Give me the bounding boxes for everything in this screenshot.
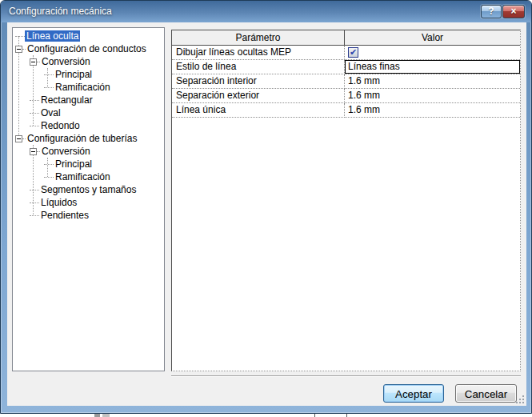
value-cell[interactable]: Líneas finas <box>345 60 520 74</box>
tree-item[interactable]: Rectangular <box>13 94 164 106</box>
mechanical-settings-dialog: Configuración mecánica ? × Línea ocultaC… <box>0 0 532 414</box>
title-bar[interactable]: Configuración mecánica ? × <box>1 1 531 22</box>
grid-header: Parámetro Valor <box>172 30 520 46</box>
parameter-cell: Línea única <box>172 103 345 118</box>
help-button[interactable]: ? <box>481 5 502 18</box>
parameter-cell: Estilo de línea <box>172 60 345 74</box>
tree-item-label: Configuración de conductos <box>26 43 148 54</box>
checkbox-checked-icon[interactable]: ✔ <box>348 47 358 58</box>
tree-item-label: Principal <box>54 69 94 80</box>
tree-connector <box>30 215 39 216</box>
tree-item-label: Rectangular <box>39 94 94 106</box>
tree-item-label: Oval <box>39 107 62 118</box>
tree-connector <box>30 202 39 203</box>
table-row: Separación interior1.6 mm <box>172 74 520 89</box>
resize-grip-icon[interactable] <box>515 395 525 404</box>
tree-item-label: Pendientes <box>39 210 90 221</box>
collapse-minus-icon[interactable] <box>30 148 37 155</box>
tree-item[interactable]: Principal <box>13 68 164 81</box>
tree-connector <box>44 74 54 75</box>
cancel-button[interactable]: Cancelar <box>455 384 517 403</box>
parameter-grid: Parámetro Valor Dibujar líneas ocultas M… <box>171 30 521 371</box>
dialog-title: Configuración mecánica <box>9 1 112 22</box>
background-gridline <box>314 414 315 417</box>
tree-connector <box>15 36 25 37</box>
tree-item-label: Conversión <box>40 146 92 157</box>
tree-item-label: Ramificación <box>54 171 112 182</box>
tree-rows: Línea ocultaConfiguración de conductosCo… <box>13 30 164 222</box>
header-valor: Valor <box>345 30 520 46</box>
tree-item[interactable]: Conversión <box>13 55 164 68</box>
collapse-minus-icon[interactable] <box>15 135 22 142</box>
tree-item[interactable]: Segmentos y tamaños <box>13 183 164 196</box>
tree-item[interactable]: Configuración de tuberías <box>13 132 164 145</box>
grid-rows: Dibujar líneas ocultas MEP✔Estilo de lín… <box>172 46 520 118</box>
tree-item-label: Segmentos y tamaños <box>39 184 138 195</box>
tree-item-label: Redondo <box>39 120 82 131</box>
tree-item[interactable]: Redondo <box>13 119 164 132</box>
tree-item-label: Conversión <box>40 56 92 67</box>
background-app-strip <box>0 414 532 417</box>
parameter-cell: Dibujar líneas ocultas MEP <box>172 46 345 60</box>
tree-connector <box>44 177 54 178</box>
tree-connector <box>30 126 39 126</box>
tree-connector <box>30 100 39 101</box>
accept-button[interactable]: Aceptar <box>383 384 444 403</box>
tree-item[interactable]: Ramificación <box>13 81 164 94</box>
background-fragment <box>94 414 100 417</box>
tree-item-label: Configuración de tuberías <box>26 133 138 144</box>
tree-item[interactable]: Pendientes <box>13 209 164 222</box>
tree-item-label: Ramificación <box>54 82 112 93</box>
button-separator <box>171 375 521 377</box>
table-row: Separación exterior1.6 mm <box>172 89 520 103</box>
tree-item[interactable]: Líquidos <box>13 196 164 209</box>
tree-item-label: Línea oculta <box>25 30 80 42</box>
tree-item[interactable]: Configuración de conductos <box>13 42 164 55</box>
tree-item-label: Líquidos <box>39 197 78 208</box>
close-button[interactable]: × <box>502 5 525 18</box>
header-parametro: Parámetro <box>172 30 345 46</box>
collapse-minus-icon[interactable] <box>30 58 37 66</box>
parameter-cell: Separación interior <box>172 74 345 89</box>
tree-connector <box>30 190 39 190</box>
tree-item[interactable]: Línea oculta <box>13 30 164 42</box>
parameter-cell: Separación exterior <box>172 89 345 103</box>
value-cell[interactable]: 1.6 mm <box>345 74 520 89</box>
tree-connector <box>44 87 54 88</box>
table-row: Estilo de líneaLíneas finas <box>172 60 520 74</box>
tree-item[interactable]: Principal <box>13 158 164 170</box>
dialog-client-area: Línea ocultaConfiguración de conductosCo… <box>7 22 526 406</box>
background-gridline <box>346 414 347 417</box>
settings-tree: Línea ocultaConfiguración de conductosCo… <box>12 27 165 371</box>
tree-connector <box>44 164 54 165</box>
tree-item[interactable]: Conversión <box>13 145 164 158</box>
tree-item-label: Principal <box>54 158 94 170</box>
tree-item[interactable]: Ramificación <box>13 170 164 183</box>
background-fragment <box>102 414 110 417</box>
table-row: Dibujar líneas ocultas MEP✔ <box>172 46 520 60</box>
tree-connector <box>30 113 39 114</box>
value-cell[interactable]: 1.6 mm <box>345 103 520 118</box>
value-cell[interactable]: 1.6 mm <box>345 89 520 103</box>
table-row: Línea única1.6 mm <box>172 103 520 118</box>
collapse-minus-icon[interactable] <box>15 46 22 53</box>
tree-item[interactable]: Oval <box>13 106 164 119</box>
value-cell[interactable]: ✔ <box>345 46 520 60</box>
